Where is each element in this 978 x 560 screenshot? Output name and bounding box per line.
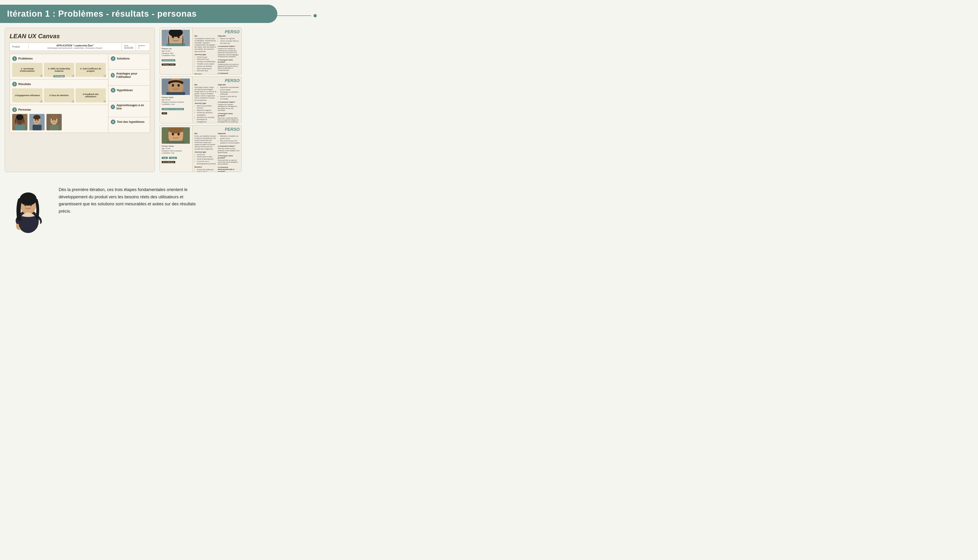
dot-1 (257, 13, 262, 18)
bottom-illustration (5, 182, 52, 234)
section-hypotheses-title: 6 Hypothèses (111, 88, 147, 93)
page-header: Itération 1 : Problèmes - résultats - pe… (0, 5, 278, 23)
persona-david-left: Prénom: David Age: 35 ans Entreprise: Ne… (160, 77, 193, 123)
svg-point-38 (24, 204, 26, 206)
canvas-section-resultats: 2 Résultats 1-Engagement utilisateur 2-T… (10, 80, 108, 105)
persona-emma-info: Prénom: Emma Age: 28 ans Entreprise: Mic… (162, 145, 191, 154)
canvas-section-solutions: 4 Solutions (109, 54, 150, 70)
persona-tag: Littérature sur le leadership (162, 108, 184, 110)
persona-emma-photo (162, 127, 191, 144)
persona-lea-info: Prénom: Léa Age: 25 ans Entreprise: HEC … (162, 48, 191, 57)
sticky-note: 3- Suivi inefficace du progrès (75, 63, 106, 77)
svg-point-39 (30, 204, 32, 206)
persona-label: PERSO (194, 78, 239, 83)
persona-label: PERSO (194, 127, 239, 132)
section-avantages-title: 5 Avantages pour l'utilisateur (111, 72, 147, 78)
section-solutions-title: 4 Solutions (111, 56, 147, 61)
sticky-note: 3-Feedback des utilisateurs (75, 88, 106, 102)
persona-photo-3 (47, 114, 62, 130)
canvas-date: Date: 01/01/00 (122, 43, 135, 51)
persona-card-david: Prénom: David Age: 35 ans Entreprise: Ne… (160, 77, 242, 123)
sticky-note: 2- Défis du leadership moderne (44, 63, 74, 77)
persona-lea-right: PERSO Bio Léa étudiante en 3ème année, e… (193, 28, 241, 74)
svg-point-37 (20, 192, 37, 205)
persona-card-lea: Prénom: Léa Age: 25 ans Entreprise: HEC … (160, 28, 242, 75)
thinking-woman-illustration (5, 182, 52, 233)
lean-ux-canvas: LEAN UX Canvas Produit: APPLICATION " Le… (5, 28, 155, 172)
canvas-app-name: APPLICATION " Leadership Élan" Développe… (28, 43, 122, 51)
persona-emma-left: Prénom: Emma Age: 28 ans Entreprise: Mic… (160, 125, 193, 172)
canvas-product-label: Produit: (10, 44, 28, 50)
canvas-header: Produit: APPLICATION " Leadership Élan" … (10, 43, 150, 51)
persona-face-3 (47, 114, 62, 130)
svg-point-14 (52, 119, 53, 120)
svg-point-40 (22, 206, 25, 208)
canvas-section-test: 8 Test des hypothèses (109, 117, 150, 133)
canvas-left-column: 1 Problèmes 1- Surcharge d'informations … (10, 54, 109, 133)
persona-photo-2 (29, 114, 45, 130)
persona-face-1 (12, 114, 27, 130)
sticky-note: 1- Surcharge d'informations (12, 63, 42, 77)
canvas-section-problemes: 1 Problèmes 1- Surcharge d'informations … (10, 54, 108, 80)
section-resultats-title: 2 Résultats (12, 82, 106, 87)
canvas-body: 1 Problèmes 1- Surcharge d'informations … (10, 54, 150, 133)
sticky-note: 2-Taux de rétention (44, 88, 74, 102)
personas-photos (12, 114, 106, 130)
persona-cards: Prénom: Léa Age: 25 ans Entreprise: HEC … (160, 28, 242, 172)
canvas-section-apprentissages: 7 Apprentissages à en tirer (109, 101, 150, 117)
page-title: Itération 1 : Problèmes - résultats - pe… (7, 9, 270, 19)
persona-card-emma: Prénom: Emma Age: 28 ans Entreprise: Mic… (160, 125, 242, 172)
svg-rect-10 (33, 125, 42, 130)
page: Itération 1 : Problèmes - résultats - pe… (0, 5, 326, 238)
canvas-section-personas: 3 Personas (10, 105, 108, 133)
svg-point-27 (177, 84, 180, 87)
persona-lea-left: Prénom: Léa Age: 25 ans Entreprise: HEC … (160, 28, 193, 74)
persona-tag: Musique, séries (162, 63, 176, 66)
persona-david-right: PERSO Bio David dirige l'enfant, il diri… (193, 77, 241, 123)
svg-rect-16 (50, 125, 59, 130)
sticky-note: 1-Engagement utilisateur (12, 88, 42, 102)
svg-point-17 (50, 114, 58, 119)
canvas-section-hypotheses: 6 Hypothèses (109, 85, 150, 101)
top-decoration (257, 13, 317, 18)
canvas-iteration: Itération: 1 (135, 43, 150, 51)
problemes-notes: 1- Surcharge d'informations 2- Défis du … (12, 63, 106, 77)
bottom-section: Dès la première itération, ces trois éta… (0, 177, 326, 238)
dot-line (264, 15, 311, 16)
svg-rect-4 (15, 125, 25, 130)
svg-point-5 (16, 114, 23, 120)
persona-david-info: Prénom: David Age: 35 ans Entreprise: Ne… (162, 96, 191, 105)
canvas-title: LEAN UX Canvas (10, 33, 150, 40)
section-personas-title: 3 Personas (12, 107, 106, 112)
dot-2 (313, 14, 317, 17)
svg-rect-33 (166, 141, 185, 144)
canvas-right-column: 4 Solutions 5 Avantages pour l'utilisate… (109, 54, 150, 133)
main-content: LEAN UX Canvas Produit: APPLICATION " Le… (0, 28, 326, 172)
persona-emma-right: PERSO Bio Emma, une utilisatrice curieus… (193, 125, 241, 172)
resultats-notes: 1-Engagement utilisateur 2-Taux de réten… (12, 88, 106, 102)
svg-point-26 (172, 84, 174, 87)
persona-face-2 (29, 114, 45, 130)
svg-rect-28 (166, 92, 185, 95)
section-apprentissages-title: 7 Apprentissages à en tirer (111, 103, 147, 110)
svg-rect-22 (166, 43, 185, 46)
persona-tag: Voyage (169, 157, 177, 159)
persona-lea-photo (162, 30, 191, 46)
section-test-title: 8 Test des hypothèses (111, 120, 147, 124)
section-problemes-title: 1 Problèmes (12, 56, 106, 61)
svg-point-41 (31, 206, 35, 208)
persona-photo-1 (12, 114, 27, 130)
bottom-description: Dès la première itération, ces trois éta… (59, 182, 199, 215)
persona-tag: Art et littérature (162, 161, 175, 163)
persona-david-photo (162, 78, 191, 95)
canvas-section-avantages: 5 Avantages pour l'utilisateur (109, 70, 150, 85)
persona-tag: Yoga (162, 157, 168, 159)
persona-tag: Entrepreneuriat (162, 59, 175, 62)
persona-tag: Golf (162, 112, 167, 114)
persona-label: PERSO (194, 30, 239, 34)
svg-point-9 (38, 119, 39, 121)
svg-point-8 (35, 119, 36, 121)
svg-point-15 (55, 119, 56, 120)
